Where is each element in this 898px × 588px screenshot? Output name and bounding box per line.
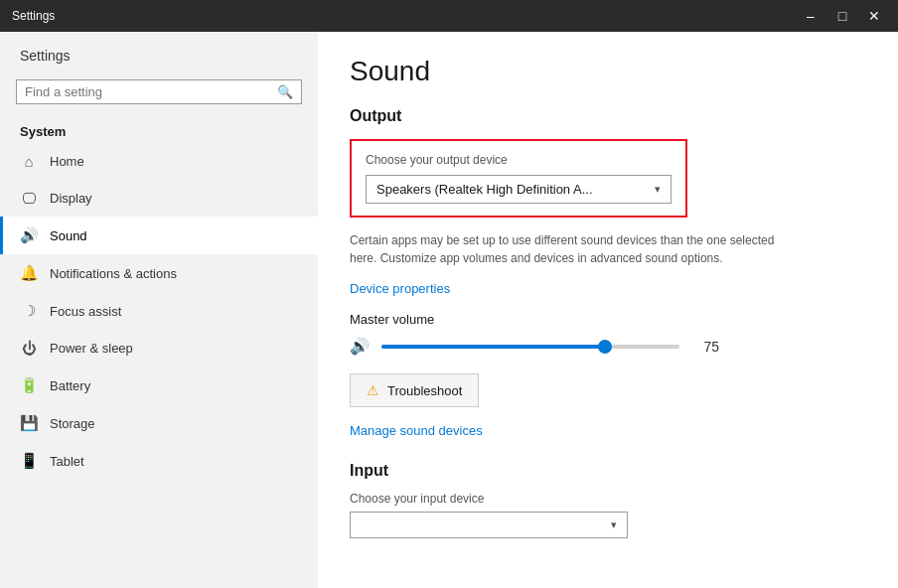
sidebar: Settings 🔍 System ⌂ Home 🖵 Display 🔊 Sou… (0, 32, 318, 588)
sidebar-storage-label: Storage (50, 416, 95, 431)
sidebar-power-label: Power & sleep (50, 341, 133, 356)
volume-thumb[interactable] (598, 340, 612, 354)
sidebar-item-notifications[interactable]: 🔔 Notifications & actions (0, 254, 318, 292)
maximize-button[interactable]: □ (830, 4, 854, 28)
display-icon: 🖵 (20, 190, 38, 207)
sidebar-tablet-label: Tablet (50, 454, 84, 469)
sidebar-battery-label: Battery (50, 378, 90, 393)
output-device-box: Choose your output device Speakers (Real… (350, 139, 687, 218)
sound-icon: 🔊 (20, 226, 38, 244)
sidebar-item-power[interactable]: ⏻ Power & sleep (0, 330, 318, 367)
search-icon: 🔍 (277, 84, 293, 99)
sidebar-header: Settings (0, 32, 318, 72)
input-device-dropdown[interactable]: ▾ (350, 512, 628, 538)
sidebar-focus-label: Focus assist (50, 304, 121, 319)
sidebar-item-focus[interactable]: ☽ Focus assist (0, 292, 318, 330)
warning-icon: ⚠ (367, 382, 379, 398)
sidebar-item-display[interactable]: 🖵 Display (0, 180, 318, 217)
volume-slider[interactable] (381, 345, 679, 349)
sidebar-item-tablet[interactable]: 📱 Tablet (0, 442, 318, 480)
search-bar[interactable]: 🔍 (16, 79, 302, 104)
sidebar-sound-label: Sound (50, 228, 87, 243)
page-title: Sound (350, 56, 866, 87)
title-bar-label: Settings (12, 9, 55, 23)
volume-fill (381, 345, 605, 349)
sidebar-item-home[interactable]: ⌂ Home (0, 143, 318, 180)
sidebar-item-battery[interactable]: 🔋 Battery (0, 367, 318, 404)
title-bar: Settings – □ ✕ (0, 0, 898, 32)
manage-sound-devices-link[interactable]: Manage sound devices (350, 423, 483, 438)
app-body: Settings 🔍 System ⌂ Home 🖵 Display 🔊 Sou… (0, 32, 898, 588)
power-icon: ⏻ (20, 340, 38, 357)
volume-value: 75 (691, 339, 719, 355)
input-device-label: Choose your input device (350, 492, 866, 506)
home-icon: ⌂ (20, 153, 38, 170)
speaker-icon: 🔊 (350, 337, 370, 356)
output-device-value: Speakers (Realtek High Definition A... (376, 182, 593, 197)
output-device-dropdown[interactable]: Speakers (Realtek High Definition A... ▾ (366, 175, 672, 204)
system-section-label: System (0, 116, 318, 143)
troubleshoot-label: Troubleshoot (387, 383, 462, 398)
sidebar-home-label: Home (50, 154, 84, 169)
storage-icon: 💾 (20, 414, 38, 432)
notifications-icon: 🔔 (20, 264, 38, 282)
output-section-title: Output (350, 107, 866, 125)
sidebar-display-label: Display (50, 191, 92, 206)
sidebar-item-storage[interactable]: 💾 Storage (0, 404, 318, 442)
tablet-icon: 📱 (20, 452, 38, 470)
sidebar-notifications-label: Notifications & actions (50, 266, 177, 281)
window-controls: – □ ✕ (799, 4, 886, 28)
device-properties-link[interactable]: Device properties (350, 281, 450, 296)
search-input[interactable] (25, 84, 277, 99)
troubleshoot-button[interactable]: ⚠ Troubleshoot (350, 373, 479, 407)
main-content: Sound Output Choose your output device S… (318, 32, 898, 588)
close-button[interactable]: ✕ (862, 4, 886, 28)
volume-row: 🔊 75 (350, 337, 866, 356)
sidebar-item-sound[interactable]: 🔊 Sound (0, 217, 318, 254)
chevron-down-icon: ▾ (611, 518, 617, 531)
minimize-button[interactable]: – (799, 4, 823, 28)
output-device-label: Choose your output device (366, 153, 672, 167)
focus-icon: ☽ (20, 302, 38, 320)
output-info-text: Certain apps may be set up to use differ… (350, 231, 787, 267)
input-section-title: Input (350, 462, 866, 480)
chevron-down-icon: ▾ (655, 183, 661, 196)
battery-icon: 🔋 (20, 376, 38, 394)
master-volume-label: Master volume (350, 312, 866, 327)
